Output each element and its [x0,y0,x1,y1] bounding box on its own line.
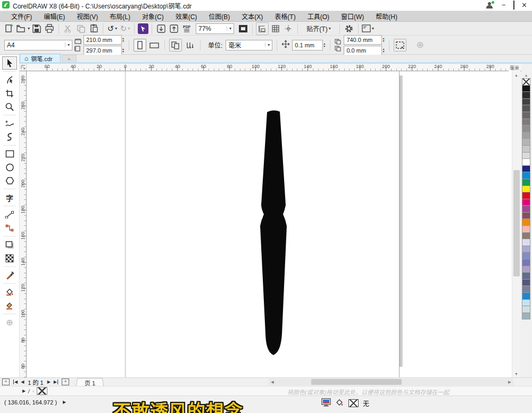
color-swatch[interactable] [522,152,530,159]
zoom-level-select[interactable]: 77% ▾ [196,23,234,34]
color-swatch[interactable] [522,259,530,266]
doc-palette-scroll-left-icon[interactable]: ‹ [32,389,34,394]
parallel-dimension-tool[interactable] [2,208,17,221]
menu-item[interactable]: 工具(O) [302,11,335,22]
menu-item[interactable]: 视图(V) [71,11,104,22]
toolbox-customize-button[interactable]: ⊕ [2,316,17,329]
next-page-button[interactable]: ▶ [47,380,51,384]
color-swatch[interactable] [522,105,530,112]
color-swatch[interactable] [522,218,530,226]
undo-button[interactable]: ↺▾ [106,23,118,35]
page-height-stepper[interactable]: ▴▾ [122,48,124,53]
color-swatch[interactable] [522,85,530,92]
artistic-media-tool[interactable] [2,130,17,144]
paste-button[interactable] [88,23,99,35]
document-tab[interactable]: ⌂ 钢笔.cdr [20,54,61,62]
landscape-button[interactable] [148,39,160,51]
vertical-ruler[interactable]: 2802602402202001801601401201008060 [20,71,27,377]
vertical-scrollbar[interactable]: ▲ ▼ [512,71,520,377]
text-tool[interactable]: 字 [2,191,17,204]
fill-color-icon[interactable] [335,399,344,408]
scroll-down-icon[interactable]: ▼ [512,370,520,377]
zoom-dropdown-icon[interactable]: ▾ [227,26,231,31]
nudge-distance-field[interactable]: 0.1 mm [292,40,323,50]
new-document-button[interactable] [3,23,15,35]
menu-item[interactable]: 对象(C) [136,11,170,22]
color-swatch[interactable] [522,125,530,132]
drop-shadow-tool[interactable] [2,238,17,251]
polygon-tool[interactable] [2,174,17,187]
crop-tool[interactable] [2,87,17,100]
menu-item[interactable]: 文本(X) [236,11,269,22]
signin-icon[interactable] [486,2,494,9]
show-guidelines-button[interactable] [282,23,294,35]
previous-page-button[interactable]: ◀ [21,380,24,384]
print-button[interactable] [44,23,55,35]
doc-palette-eyedropper-icon[interactable]: / [28,387,30,394]
color-swatch[interactable] [522,138,530,146]
color-swatch[interactable] [522,292,530,300]
ellipse-tool[interactable] [2,161,17,174]
color-swatch[interactable] [522,91,530,99]
color-swatch[interactable] [522,306,530,313]
snap-to-dropdown[interactable]: 贴齐(T) ▾ [301,23,336,35]
menu-item[interactable]: 帮助(H) [370,11,403,22]
menu-item[interactable]: 编辑(E) [38,11,71,22]
add-page-before-button[interactable]: + [2,378,10,385]
save-button[interactable] [31,23,43,35]
publish-pdf-button[interactable]: PDF [181,23,193,35]
units-dropdown-icon[interactable]: ▾ [265,43,270,47]
transparency-tool[interactable] [2,251,17,265]
page-width-stepper[interactable]: ▴▾ [122,37,124,43]
color-swatch[interactable] [522,272,530,280]
show-grid-button[interactable] [270,23,281,35]
zoom-tool[interactable] [2,100,17,113]
color-swatch[interactable] [522,205,530,213]
duplicate-y-field[interactable]: 0.0 mm [344,46,382,55]
scroll-left-icon[interactable]: ◀ [269,380,276,384]
first-page-button[interactable]: ◀ [13,380,18,384]
connector-tool[interactable] [2,221,17,234]
color-swatch[interactable] [522,145,530,153]
close-button[interactable]: × [522,1,527,10]
palette-scroll-up-icon[interactable]: ▲ [525,71,528,79]
freehand-tool[interactable] [2,117,17,130]
search-content-button[interactable] [138,23,148,34]
add-page-after-button[interactable]: + [62,378,69,385]
no-color-swatch[interactable] [522,78,530,86]
coordinates-flyout-icon[interactable]: ▶ [63,400,66,404]
color-swatch[interactable] [522,179,530,186]
color-swatch[interactable] [522,313,530,320]
nudge-stepper[interactable]: ▴▾ [323,43,326,48]
interactive-fill-tool[interactable] [2,285,17,299]
fullscreen-preview-button[interactable] [237,23,249,35]
current-page-button[interactable] [184,39,196,51]
application-launcher-button[interactable]: ▾ [362,23,374,35]
scroll-right-icon[interactable]: ▶ [506,380,513,384]
minimize-button[interactable]: − [502,1,506,10]
color-swatch[interactable] [522,186,530,193]
export-button[interactable] [168,23,180,35]
preset-dropdown-icon[interactable]: ▾ [65,43,70,47]
duplicate-x-field[interactable]: 740.0 mm [344,35,382,45]
rectangle-tool[interactable] [2,147,17,161]
color-swatch[interactable] [522,239,530,246]
treat-as-filled-button[interactable] [394,39,406,52]
portrait-button[interactable] [134,39,146,52]
color-swatch[interactable] [522,132,530,139]
doc-palette-no-color-swatch[interactable] [37,387,47,395]
doc-palette-flyout-icon[interactable]: ▶ [22,389,26,393]
color-proof-monitor-icon[interactable] [321,398,331,408]
color-swatch[interactable] [522,246,530,253]
color-eyedropper-tool[interactable] [2,268,17,282]
color-swatch[interactable] [522,98,530,106]
menu-item[interactable]: 文件(F) [5,11,38,22]
vertical-scroll-thumb[interactable] [513,170,520,276]
color-swatch[interactable] [522,172,530,179]
color-swatch[interactable] [522,212,530,220]
horizontal-ruler[interactable]: 6040200204060801001201401601802002202402… [27,64,521,71]
last-page-button[interactable]: ▶ [54,380,58,384]
open-button[interactable]: ▾ [16,23,30,35]
color-swatch[interactable] [522,158,530,166]
options-gear-button[interactable] [343,23,355,35]
